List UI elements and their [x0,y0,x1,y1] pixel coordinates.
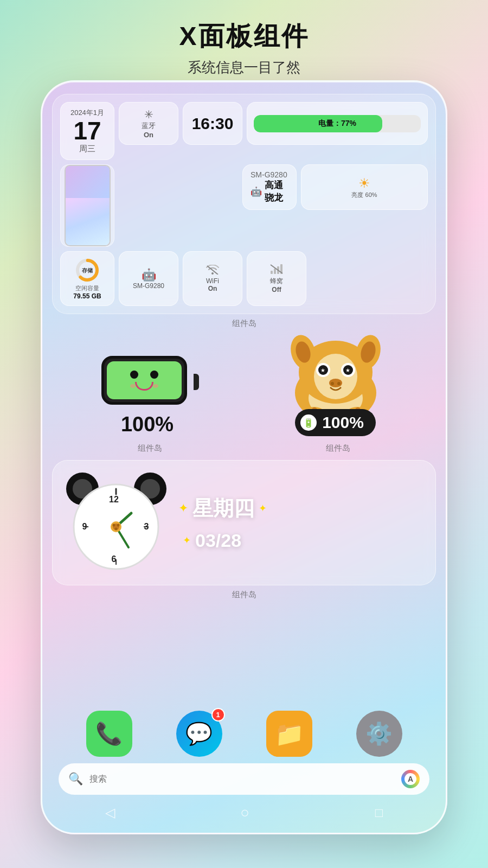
nav-bar: ◁ ○ □ [42,797,446,827]
svg-rect-5 [274,269,276,274]
device-chip: 🤖 高通骁龙 [251,179,288,204]
battery-cell: 电量：77% [247,102,428,145]
back-button[interactable]: ◁ [105,805,115,820]
dock-phone[interactable]: 📞 [86,711,132,757]
sparkle-icon-3: ✦ [183,534,191,546]
clock-date-section: ✦ 星期四 ✦ ✦ 03/28 [178,495,267,551]
svg-text:6: 6 [112,554,117,564]
widget-island-label-4: 组件岛 [42,590,446,600]
clock-widget: 12 3 6 9 ✦ 星期四 ✦ [52,460,436,585]
arc-logo: A [401,770,420,788]
storage-sub: 空闲容量 [75,284,99,292]
corgi-svg: ★ ★ [284,333,387,420]
widget-island-label-3: 组件岛 [326,443,350,454]
dock-area: 📞 💬 1 📁 ⚙️ [59,711,429,757]
svg-text:12: 12 [109,495,119,504]
cute-battery-container [101,356,194,407]
svg-rect-4 [271,271,273,274]
battery-label: 电量：77% [318,119,356,129]
current-time: 16:30 [192,114,234,133]
device-cell: SM-G9280 🤖 高通骁龙 [242,164,297,210]
battery-left-percent: 100% [121,413,174,436]
android-id-label: SM-G9280 [133,282,164,290]
panda-clock: 12 3 6 9 [66,473,166,573]
search-icon: 🔍 [68,772,83,786]
dock-messages[interactable]: 💬 1 [176,711,222,757]
battery-widgets-row: 100% [56,333,432,439]
date-day: 17 [73,118,101,144]
page-header: X面板组件 系统信息一目了然 [0,0,488,77]
svg-text:★: ★ [320,367,325,373]
sparkle-icon-2: ✦ [259,502,267,514]
phone-frame: 2024年1月 17 周三 ✳ 蓝牙 On 16:30 [41,80,447,834]
search-bar[interactable]: 🔍 A [59,763,429,795]
device-model: SM-G9280 [251,170,288,179]
cellular-label: 蜂窝 [270,277,283,286]
page-title: X面板组件 [0,19,488,54]
svg-text:3: 3 [144,522,149,531]
widget-island-label-2: 组件岛 [138,443,162,454]
wifi-label: WiFi [206,277,219,285]
sparkle-icon-1: ✦ [178,501,188,515]
search-input[interactable] [89,774,395,784]
svg-point-25 [337,382,341,385]
info-panel: 2024年1月 17 周三 ✳ 蓝牙 On 16:30 [52,94,436,314]
dock-files[interactable]: 📁 [266,711,312,757]
bluetooth-status: On [144,131,153,139]
date-weekday: 周三 [79,144,95,154]
svg-text:9: 9 [82,522,87,531]
bluetooth-cell[interactable]: ✳ 蓝牙 On [119,102,178,145]
recent-button[interactable]: □ [375,805,383,820]
android-icon: 🤖 [142,268,156,282]
android-id-cell: 🤖 SM-G9280 [119,251,178,306]
dock-settings[interactable]: ⚙️ [356,711,402,757]
page-subtitle: 系统信息一目了然 [0,58,488,77]
svg-point-52 [113,524,115,527]
svg-text:存储: 存储 [81,267,93,273]
phone-screenshot-cell: SM-G9280 [60,164,114,247]
cellular-status: Off [272,286,281,293]
widget-island-label-1: 组件岛 [42,318,446,329]
battery-widget-left: 100% [101,356,194,436]
bluetooth-icon: ✳ [144,108,153,121]
brightness-cell[interactable]: ☀ 亮度 60% [301,164,428,210]
wifi-status: On [208,285,217,292]
wifi-icon [206,265,219,277]
corgi-battery-bar: 🔋 100% [295,409,376,436]
time-cell: 16:30 [183,102,242,145]
clock-date: 03/28 [195,530,241,551]
date-cell: 2024年1月 17 周三 [60,102,114,160]
home-button[interactable]: ○ [240,804,249,821]
notification-badge: 1 [211,708,225,722]
brightness-label: 亮度 60% [351,191,377,199]
wifi-cell[interactable]: WiFi On [183,251,242,306]
storage-size: 79.55 GB [73,292,101,300]
cellular-icon [270,264,283,277]
bluetooth-label: 蓝牙 [142,121,156,131]
svg-point-53 [117,524,120,527]
battery-widget-right: ★ ★ 🔋 [284,333,387,436]
svg-text:★: ★ [345,367,350,373]
svg-point-54 [115,528,118,531]
storage-cell: 存储 空闲容量 79.55 GB [60,251,114,306]
cellular-cell[interactable]: 蜂窝 Off [247,251,306,306]
clock-weekday: 星期四 [192,495,254,522]
svg-point-24 [331,382,334,385]
battery-right-percent: 100% [322,413,364,432]
brightness-icon: ☀ [358,176,370,191]
